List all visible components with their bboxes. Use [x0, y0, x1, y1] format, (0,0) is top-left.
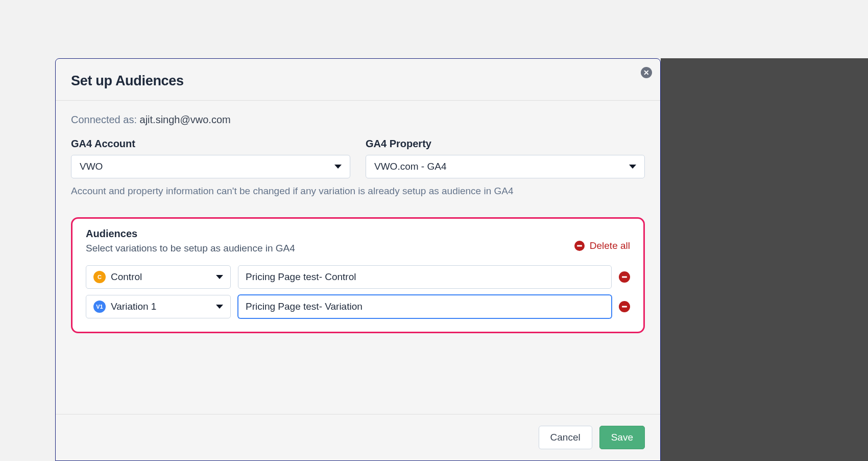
ga4-fields-row: GA4 Account VWO GA4 Property VWO.com - G…	[71, 138, 645, 178]
variation-badge: C	[93, 271, 106, 283]
close-button[interactable]: ✕	[641, 67, 652, 78]
variation-label: Variation 1	[111, 301, 156, 312]
chevron-down-icon	[216, 275, 223, 279]
modal-header: Set up Audiences ✕	[56, 59, 660, 101]
ga4-account-label: GA4 Account	[71, 138, 350, 150]
chevron-down-icon	[216, 305, 223, 309]
close-icon: ✕	[643, 68, 649, 77]
modal-backdrop	[661, 58, 868, 461]
audiences-header: Audiences Select variations to be setup …	[86, 228, 630, 254]
audiences-section: Audiences Select variations to be setup …	[71, 217, 645, 333]
audience-rows: CControlV1Variation 1	[86, 265, 630, 318]
account-property-hint: Account and property information can't b…	[71, 186, 645, 197]
variation-select[interactable]: V1Variation 1	[86, 295, 231, 318]
audience-name-input[interactable]	[238, 295, 612, 318]
audience-name-input[interactable]	[238, 265, 612, 289]
ga4-account-field: GA4 Account VWO	[71, 138, 350, 178]
modal-body: Connected as: ajit.singh@vwo.com GA4 Acc…	[56, 101, 660, 414]
connected-as-email: ajit.singh@vwo.com	[140, 114, 231, 125]
delete-row-button[interactable]	[619, 301, 630, 312]
variation-badge: V1	[93, 301, 106, 313]
audience-row: V1Variation 1	[86, 295, 630, 318]
audience-row: CControl	[86, 265, 630, 289]
variation-label: Control	[111, 271, 142, 283]
ga4-property-label: GA4 Property	[366, 138, 645, 150]
delete-all-button[interactable]: Delete all	[574, 240, 630, 251]
chevron-down-icon	[334, 165, 342, 169]
ga4-property-select[interactable]: VWO.com - GA4	[366, 155, 645, 178]
audiences-title: Audiences	[86, 228, 295, 240]
chevron-down-icon	[629, 165, 636, 169]
connected-as-line: Connected as: ajit.singh@vwo.com	[71, 114, 645, 126]
cancel-button[interactable]: Cancel	[539, 426, 592, 449]
ga4-property-value: VWO.com - GA4	[374, 161, 446, 172]
modal-footer: Cancel Save	[56, 414, 660, 460]
variation-select[interactable]: CControl	[86, 265, 231, 289]
connected-as-label: Connected as:	[71, 114, 140, 125]
save-button[interactable]: Save	[599, 426, 645, 449]
delete-all-label: Delete all	[590, 240, 630, 251]
ga4-property-field: GA4 Property VWO.com - GA4	[366, 138, 645, 178]
ga4-account-value: VWO	[80, 161, 103, 172]
setup-audiences-modal: Set up Audiences ✕ Connected as: ajit.si…	[55, 58, 661, 461]
ga4-account-select[interactable]: VWO	[71, 155, 350, 178]
delete-row-button[interactable]	[619, 271, 630, 283]
modal-title: Set up Audiences	[71, 73, 645, 89]
minus-circle-icon	[574, 241, 585, 251]
audiences-subtitle: Select variations to be setup as audienc…	[86, 243, 295, 254]
